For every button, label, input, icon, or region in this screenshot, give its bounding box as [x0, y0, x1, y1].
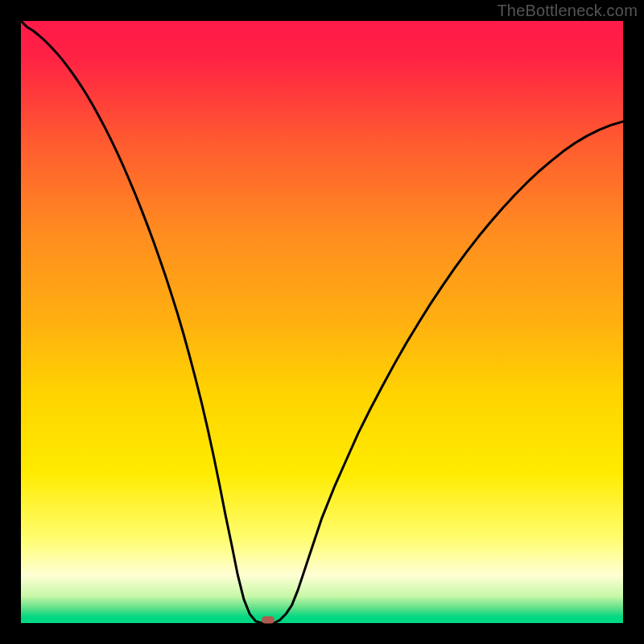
optimal-marker [262, 617, 275, 624]
chart-frame [21, 21, 623, 623]
bottleneck-curve [21, 21, 623, 623]
watermark-text: TheBottleneck.com [497, 2, 638, 20]
